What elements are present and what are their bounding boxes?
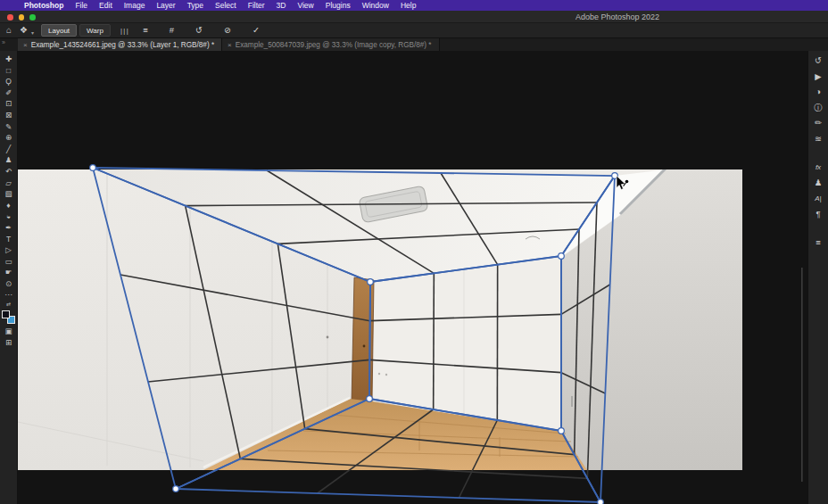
chevron-down-icon[interactable]: ▾ [31,29,34,36]
menu-item-edit[interactable]: Edit [99,1,112,10]
adjustments-panel-icon[interactable]: ◑ [816,86,821,97]
shape-tool[interactable]: ▭ [4,256,12,268]
healing-brush-tool[interactable]: ⊕ [5,132,12,144]
menu-item-select[interactable]: Select [215,1,236,10]
title-bar: Adobe Photoshop 2022 [0,11,828,23]
menu-item-image[interactable]: Image [124,1,145,10]
panel-dock: ↺▶◑ⓘ✏≋fx♟A|¶≡ [807,51,828,504]
canvas-scrollbar[interactable] [801,268,803,482]
toolbar-ellipsis[interactable]: ⋯ [4,289,12,301]
clone-source-panel-icon[interactable]: ♟ [815,177,823,188]
close-tab-icon[interactable]: × [23,41,28,49]
pen-tool[interactable]: ✒ [5,222,12,234]
properties-panel-icon[interactable]: ≡ [816,236,821,248]
object-selection-tool[interactable]: ✐ [5,87,12,99]
eraser-tool[interactable]: ▱ [5,178,12,189]
frame-tool[interactable]: ⊠ [5,110,12,121]
auto-horizontal-lines-icon[interactable]: ≡ [143,26,148,35]
history-panel-icon[interactable]: ↺ [815,54,822,66]
menu-item-layer[interactable]: Layer [156,1,175,10]
lasso-tool[interactable]: Ϙ [5,76,12,87]
menu-item-window[interactable]: Window [362,1,389,10]
marquee-tool[interactable]: □ [6,65,11,77]
home-icon[interactable]: ⌂ [6,26,12,35]
menu-item-file[interactable]: File [75,1,87,10]
warp-mode-button[interactable]: Warp [79,24,111,37]
menu-item-photoshop[interactable]: Photoshop [24,1,63,10]
screen-mode-button[interactable]: ⊞ [5,337,12,349]
window-title: Adobe Photoshop 2022 [575,12,659,21]
perspective-warp-tool-icon[interactable]: ❖ [20,26,28,35]
warp-handle-btr[interactable] [559,253,565,260]
actions-panel-icon[interactable]: ▶ [815,70,821,82]
close-tab-icon[interactable]: × [228,41,232,49]
photoshop-window: PhotoshopFileEditImageLayerTypeSelectFil… [0,0,828,504]
options-bar: ⌂❖ ▾ Layout Warp |||≡#↺⊘✓ [0,23,828,38]
reset-warp-icon[interactable]: ↺ [195,26,203,35]
gradient-tool[interactable]: ▧ [4,188,12,200]
quick-mask-button[interactable]: ▣ [4,326,12,337]
menu-item-filter[interactable]: Filter [248,1,265,10]
zoom-tool[interactable]: ⊙ [5,278,12,290]
warp-handle-br[interactable] [598,500,604,504]
brush-tool[interactable]: ╱ [6,144,11,155]
warp-handle-btl[interactable] [368,279,374,285]
document-tab-2[interactable]: ×Example_500847039.jpeg @ 33.3% (Image c… [222,38,439,51]
warp-handle-bbl[interactable] [367,396,373,402]
crop-tool[interactable]: ⊡ [5,98,12,110]
warp-handle-bbr[interactable] [559,428,565,434]
brushes-panel-icon[interactable]: ≋ [815,133,822,145]
menu-item-plugins[interactable]: Plugins [326,1,351,10]
warp-handle-tl[interactable] [90,165,96,171]
move-tool[interactable]: ✚ [5,54,12,65]
minimize-window-button[interactable] [19,14,25,21]
document-tab-bar: » ×Example_143524661.jpeg @ 33.3% (Layer… [0,38,828,51]
dodge-tool[interactable]: ◒ [6,211,11,222]
menu-bar: PhotoshopFileEditImageLayerTypeSelectFil… [0,0,828,11]
hand-tool[interactable]: ☛ [5,267,12,278]
styles-panel-icon[interactable]: fx [816,161,821,173]
swap-colors-icon[interactable]: ⇄ [6,301,11,308]
tab-label: Example_500847039.jpeg @ 33.3% (Image co… [236,41,432,49]
clone-stamp-tool[interactable]: ♟ [5,154,12,166]
tab-overflow-icon[interactable]: » [0,38,18,51]
character-panel-icon[interactable]: A| [815,193,821,204]
document-canvas[interactable] [18,51,807,504]
layout-mode-button[interactable]: Layout [41,24,77,37]
auto-vertical-lines-icon[interactable]: ||| [120,27,129,35]
history-brush-tool[interactable]: ↶ [5,166,12,178]
color-swatches [2,310,15,324]
canvas-area[interactable] [18,51,807,504]
blur-tool[interactable]: ♦ [6,200,10,211]
cancel-warp-icon[interactable]: ⊘ [224,26,231,35]
auto-both-grid-icon[interactable]: # [170,26,174,35]
document-tab-1[interactable]: ×Example_143524661.jpeg @ 33.3% (Layer 1… [18,38,222,51]
zoom-window-button[interactable] [29,14,36,21]
tab-label: Example_143524661.jpeg @ 33.3% (Layer 1,… [31,41,214,49]
warp-handle-bl[interactable] [173,486,179,492]
close-window-button[interactable] [7,14,13,21]
menu-item-type[interactable]: Type [187,1,203,10]
menu-item-help[interactable]: Help [401,1,416,10]
type-tool[interactable]: T [6,234,11,245]
menu-item-view[interactable]: View [297,1,313,10]
paragraph-panel-icon[interactable]: ¶ [816,208,820,219]
path-selection-tool[interactable]: ▷ [5,244,12,256]
brush-settings-panel-icon[interactable]: ✏ [815,117,822,128]
eyedropper-tool[interactable]: ✎ [5,121,12,133]
info-panel-icon[interactable]: ⓘ [814,102,823,113]
commit-warp-icon[interactable]: ✓ [253,26,260,35]
room-photo [18,168,742,470]
tool-bar: ✚□Ϙ✐⊡⊠✎⊕╱♟↶▱▧♦◒✒T▷▭☛⊙⋯⇄▣⊞ [0,51,18,504]
menu-item-3d[interactable]: 3D [277,1,286,10]
foreground-color-swatch[interactable] [2,310,10,318]
warp-grid-line [434,273,435,409]
